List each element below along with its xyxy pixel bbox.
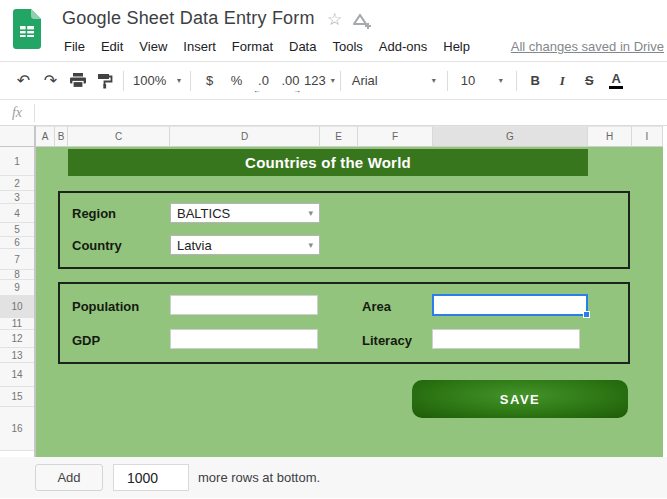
- add-rows-button[interactable]: Add: [35, 464, 103, 491]
- column-header-a[interactable]: A: [36, 126, 55, 147]
- column-header-i[interactable]: I: [632, 126, 663, 147]
- area-label: Area: [362, 299, 391, 314]
- menu-view[interactable]: View: [131, 36, 175, 58]
- row-header-5[interactable]: 5: [0, 223, 34, 237]
- save-button[interactable]: SAVE: [412, 380, 628, 418]
- row-header-10[interactable]: 10: [0, 296, 34, 318]
- font-family-select[interactable]: Arial ▾: [346, 68, 442, 94]
- row-header-16[interactable]: 16: [0, 407, 34, 451]
- row-header-8[interactable]: 8: [0, 270, 34, 280]
- column-header-f[interactable]: F: [358, 126, 433, 147]
- toolbar-separator: [340, 71, 341, 91]
- menu-tools[interactable]: Tools: [324, 36, 370, 58]
- zoom-select[interactable]: 100% ▾: [129, 68, 185, 94]
- row-header-4[interactable]: 4: [0, 204, 34, 223]
- gdp-label: GDP: [72, 333, 100, 348]
- paint-format-button[interactable]: [91, 68, 118, 94]
- toolbar: ↶ ↷ 100% ▾ $ % .0 ← .00 → 123 ▾ Arial ▾: [0, 61, 667, 100]
- more-formats-label: 123: [304, 73, 326, 88]
- toolbar-separator: [447, 71, 448, 91]
- menu-insert[interactable]: Insert: [175, 36, 224, 58]
- paint-roller-icon: [97, 73, 113, 89]
- formula-input[interactable]: [35, 100, 667, 125]
- text-color-button[interactable]: A: [603, 68, 630, 94]
- saved-status-link[interactable]: All changes saved in Drive: [511, 39, 664, 54]
- population-input[interactable]: [170, 295, 318, 315]
- rows-count-input[interactable]: [113, 464, 189, 491]
- increase-decimal-button[interactable]: .00 →: [277, 68, 304, 94]
- zoom-value: 100%: [133, 73, 166, 88]
- strikethrough-button[interactable]: S: [576, 68, 603, 94]
- print-button[interactable]: [64, 68, 91, 94]
- bottom-bar: Add more rows at bottom.: [0, 457, 667, 498]
- row-header-9[interactable]: 9: [0, 280, 34, 296]
- undo-button[interactable]: ↶: [10, 68, 37, 94]
- rows-suffix-text: more rows at bottom.: [198, 470, 320, 485]
- column-header-g[interactable]: G: [433, 126, 588, 147]
- literacy-label: Literacy: [362, 333, 412, 348]
- menu-data[interactable]: Data: [281, 36, 324, 58]
- row-header-6[interactable]: 6: [0, 237, 34, 249]
- chevron-down-icon: ▾: [308, 208, 313, 218]
- country-dropdown[interactable]: Latvia ▾: [170, 235, 320, 255]
- menu-addons[interactable]: Add-ons: [371, 36, 435, 58]
- text-color-label: A: [612, 73, 621, 85]
- row-header-13[interactable]: 13: [0, 348, 34, 363]
- formula-bar: fx: [0, 100, 667, 126]
- sheet-canvas[interactable]: Countries of the World Region BALTICS ▾ …: [36, 147, 663, 457]
- italic-button[interactable]: I: [549, 68, 576, 94]
- decrease-decimal-button[interactable]: .0 ←: [250, 68, 277, 94]
- move-to-drive-icon[interactable]: [352, 13, 376, 31]
- chevron-down-icon: ▾: [177, 76, 181, 85]
- star-icon[interactable]: ☆: [327, 9, 342, 30]
- column-headers: A B C D E F G H I: [0, 126, 667, 147]
- fx-icon: fx: [0, 105, 34, 121]
- more-formats-button[interactable]: 123 ▾: [304, 68, 335, 94]
- chevron-down-icon: ▾: [331, 76, 335, 85]
- font-family-value: Arial: [352, 73, 378, 88]
- column-header-c[interactable]: C: [68, 126, 170, 147]
- row-header-2[interactable]: 2: [0, 176, 34, 191]
- row-header-11[interactable]: 11: [0, 318, 34, 330]
- chevron-down-icon: ▾: [308, 240, 313, 250]
- row-header-7[interactable]: 7: [0, 249, 34, 270]
- select-all-corner[interactable]: [0, 126, 36, 147]
- column-header-h[interactable]: H: [588, 126, 632, 147]
- area-input-selected-cell[interactable]: [432, 294, 588, 316]
- region-value: BALTICS: [177, 206, 230, 221]
- italic-label: I: [560, 73, 565, 89]
- format-currency-button[interactable]: $: [196, 68, 223, 94]
- fill-handle[interactable]: [583, 311, 590, 318]
- row-header-15[interactable]: 15: [0, 387, 34, 407]
- country-value: Latvia: [177, 238, 212, 253]
- toolbar-separator: [516, 71, 517, 91]
- left-arrow-icon: ←: [253, 86, 261, 95]
- column-header-d[interactable]: D: [170, 126, 320, 147]
- menu-format[interactable]: Format: [224, 36, 281, 58]
- row-header-14[interactable]: 14: [0, 363, 34, 387]
- bold-button[interactable]: B: [522, 68, 549, 94]
- redo-button[interactable]: ↷: [37, 68, 64, 94]
- menu-help[interactable]: Help: [435, 36, 478, 58]
- literacy-input[interactable]: [432, 329, 580, 349]
- column-header-e[interactable]: E: [320, 126, 358, 147]
- toolbar-separator: [123, 71, 124, 91]
- menubar: File Edit View Insert Format Data Tools …: [56, 36, 478, 58]
- font-size-select[interactable]: 10 ▾: [453, 68, 511, 94]
- menu-file[interactable]: File: [56, 36, 93, 58]
- sheets-logo-icon[interactable]: [13, 9, 41, 49]
- gdp-input[interactable]: [170, 329, 318, 349]
- menu-edit[interactable]: Edit: [93, 36, 131, 58]
- region-dropdown[interactable]: BALTICS ▾: [170, 203, 320, 223]
- country-label: Country: [72, 238, 122, 253]
- chevron-down-icon: ▾: [499, 76, 503, 85]
- column-header-b[interactable]: B: [55, 126, 68, 147]
- sheet-body: 1 2 3 4 5 6 7 8 9 10 11 12 13 14 15 16 C…: [0, 147, 667, 457]
- document-title[interactable]: Google Sheet Data Entry Form: [62, 8, 315, 29]
- toolbar-separator: [190, 71, 191, 91]
- row-header-12[interactable]: 12: [0, 330, 34, 348]
- row-header-1[interactable]: 1: [0, 147, 34, 176]
- format-percent-button[interactable]: %: [223, 68, 250, 94]
- row-header-3[interactable]: 3: [0, 191, 34, 204]
- text-color-swatch: [609, 86, 623, 89]
